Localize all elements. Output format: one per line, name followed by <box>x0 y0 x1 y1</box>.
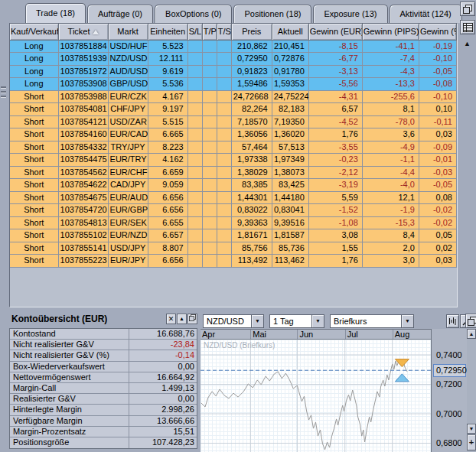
x-tick-jul: Jul <box>345 330 393 339</box>
cell-gain_eur: 1,55 <box>308 242 362 255</box>
cell-units: 6.657 <box>148 229 187 242</box>
column-header-gewinn[interactable]: Gewinn (%) <box>419 24 456 40</box>
close-button[interactable]: ✕ <box>166 314 176 324</box>
cell-market: USD/ZAR <box>108 115 148 128</box>
cell-market: GBP/USD <box>108 78 148 91</box>
cell-tp <box>202 255 217 268</box>
cell-sl <box>187 115 202 128</box>
column-header-aktuell[interactable]: Aktuell <box>272 24 308 40</box>
chart-scroll-up-button[interactable]: ▲ <box>467 329 476 339</box>
trade-row-1037854622[interactable]: Short1037854622CAD/JPY9.05983,38583,425-… <box>10 179 457 192</box>
cell-units: 4.167 <box>148 90 187 103</box>
splitter-handle[interactable] <box>0 84 7 104</box>
column-header-t-p[interactable]: T/P <box>202 24 217 40</box>
price-chart-plot[interactable]: NZD/USD (Briefkurs) <box>201 340 431 452</box>
trade-row-1037851884[interactable]: Long1037851884USD/HUF5.523210,862210,451… <box>10 40 457 53</box>
cell-gain_eur: -3,13 <box>308 65 362 78</box>
trade-row-1037855102[interactable]: Short1037855102EUR/NZD6.6571,816711,8158… <box>10 229 457 242</box>
cell-tp <box>202 191 217 204</box>
column-header-s-l[interactable]: S/L <box>187 24 202 40</box>
trade-row-1037854081[interactable]: Short1037854081CHF/JPY9.19782,26482,1836… <box>10 103 457 116</box>
trade-row-1037851972[interactable]: Long1037851972AUD/USD9.6190,918230,91780… <box>10 65 457 78</box>
cell-gain_eur: -1,52 <box>308 204 362 217</box>
tab-exposure-13[interactable]: Exposure (13) <box>313 5 387 23</box>
column-header-t-s[interactable]: T/S <box>217 24 231 40</box>
column-header-einheiten[interactable]: Einheiten <box>148 24 187 40</box>
cell-side: Long <box>10 78 58 91</box>
column-header-ticket[interactable]: Ticket <box>58 24 108 40</box>
account-row-value: 16.688,76 <box>129 329 197 339</box>
trade-row-1037855141[interactable]: Short1037855141USD/JPY8.80785,75685,7361… <box>10 242 457 255</box>
trade-row-1037854675[interactable]: Short1037854675EUR/AUD6.6561,443011,4418… <box>10 191 457 204</box>
account-row-value: -0,14 <box>129 350 197 360</box>
trade-row-1037854720[interactable]: Short1037854720EUR/GBP6.6560,830220,8304… <box>10 204 457 217</box>
cell-ticket: 1037855141 <box>58 242 108 255</box>
cell-gain_eur: -1,08 <box>308 216 362 229</box>
account-row-value: 2.998,26 <box>129 405 197 415</box>
trade-row-1037854121[interactable]: Short1037854121USD/ZAR5.5157,185707,1935… <box>10 115 457 128</box>
column-header-kauf-verkauf[interactable]: Kauf/Verkauf <box>10 24 58 40</box>
trade-row-1037854813[interactable]: Short1037854813EUR/SEK6.6559,393639,3951… <box>10 216 457 229</box>
account-row-value: 1.499,13 <box>129 383 197 393</box>
cell-price: 1,97338 <box>231 154 272 167</box>
table-scroll-up-icon[interactable]: ▲ <box>464 40 471 47</box>
candlestick-chart-button[interactable] <box>446 314 459 328</box>
account-row-label: Realisierter G&V <box>10 394 129 404</box>
chart-panel: NZD/USD ▼ 1 Tag ▼ Briefkurs ▼ <box>198 312 476 452</box>
cell-sl <box>187 191 202 204</box>
cell-gain_pips: -15,3 <box>362 216 419 229</box>
cell-ticket: 1037854813 <box>58 216 108 229</box>
account-row-nettoverm-genswert: Nettovermögenswert16.664,92 <box>10 372 197 383</box>
trade-row-1037854332[interactable]: Short1037854332TRY/JPY8.22357,46457,513-… <box>10 141 457 154</box>
cell-sl <box>187 204 202 217</box>
cell-sl <box>187 229 202 242</box>
popout-chart-button[interactable] <box>465 314 476 328</box>
tab-bar: Trade (18)Aufträge (0)BoxOptions (0)Posi… <box>25 3 462 23</box>
popout-window-button[interactable] <box>460 2 475 16</box>
journal-button[interactable] <box>460 20 475 34</box>
cell-current: 24,75224 <box>272 90 308 103</box>
cell-side: Short <box>10 255 58 268</box>
column-header-gewinn-pips[interactable]: Gewinn (PIPS) <box>362 24 419 40</box>
cell-side: Long <box>10 53 58 66</box>
trade-row-1037853988[interactable]: Short1037853988EUR/CZK4.16724,7266824,75… <box>10 90 457 103</box>
cell-ticket: 1037854622 <box>58 179 108 192</box>
tab-auftr-ge-0[interactable]: Aufträge (0) <box>87 5 153 23</box>
cell-current: 82,183 <box>272 103 308 116</box>
cell-ts <box>217 216 231 229</box>
account-row-nicht-realisierter-g-v: Nicht realisierter G&V-23,84 <box>10 340 197 350</box>
cell-gain_pips: -78,0 <box>362 115 419 128</box>
trade-row-1037853908[interactable]: Long1037853908GBP/USD5.5361,594861,59353… <box>10 78 457 91</box>
column-header-markt[interactable]: Markt <box>108 24 148 40</box>
chart-scrollbar[interactable]: ▲ ▼ + <box>467 329 476 452</box>
cell-ts <box>217 255 231 268</box>
period-select[interactable]: 1 Tag ▼ <box>269 314 324 328</box>
column-header-preis[interactable]: Preis <box>231 24 272 40</box>
symbol-select[interactable]: NZD/USD ▼ <box>203 314 264 328</box>
tab-aktivit-t-124[interactable]: Aktivität (124) <box>390 5 462 23</box>
popout-panel-button[interactable] <box>187 314 197 324</box>
trade-row-1037854562[interactable]: Short1037854562EUR/CHF6.6591,380291,3807… <box>10 166 457 179</box>
trade-row-1037851939[interactable]: Long1037851939NZD/USD12.1110,729500,7287… <box>10 53 457 66</box>
tab-positionen-18[interactable]: Positionen (18) <box>233 5 311 23</box>
trade-row-1037855223[interactable]: Short1037855223EUR/JPY6.656113,492113,46… <box>10 255 457 268</box>
cell-market: EUR/GBP <box>108 204 148 217</box>
chart-scroll-down-button[interactable]: ▼ <box>467 424 476 434</box>
cell-market: TRY/JPY <box>108 141 148 154</box>
x-tick-apr: Apr <box>201 330 250 339</box>
trade-row-1037854160[interactable]: Short1037854160EUR/CAD6.6651,360561,3602… <box>10 128 457 141</box>
account-row-label: Margin-Prozentsatz <box>10 427 129 437</box>
column-header-gewinn-eur[interactable]: Gewinn (EUR) <box>308 24 362 40</box>
cell-ts <box>217 166 231 179</box>
cell-gain_eur: 6,57 <box>308 103 362 116</box>
cell-gain_pct: -0,09 <box>419 141 456 154</box>
account-row-value: 0,00 <box>129 394 197 404</box>
collapse-button[interactable]: ▲ <box>177 314 187 324</box>
collapse-up-icon: ▲ <box>179 316 184 321</box>
price-type-select[interactable]: Briefkurs ▼ <box>330 314 414 328</box>
tab-trade-18[interactable]: Trade (18) <box>25 3 86 23</box>
chart-zoom-in-button[interactable]: + <box>467 434 476 450</box>
trade-row-1037854475[interactable]: Short1037854475EUR/TRY4.1621,973381,9734… <box>10 154 457 167</box>
cell-gain_pips: -1,9 <box>362 204 419 217</box>
tab-boxoptions-0[interactable]: BoxOptions (0) <box>155 5 232 23</box>
